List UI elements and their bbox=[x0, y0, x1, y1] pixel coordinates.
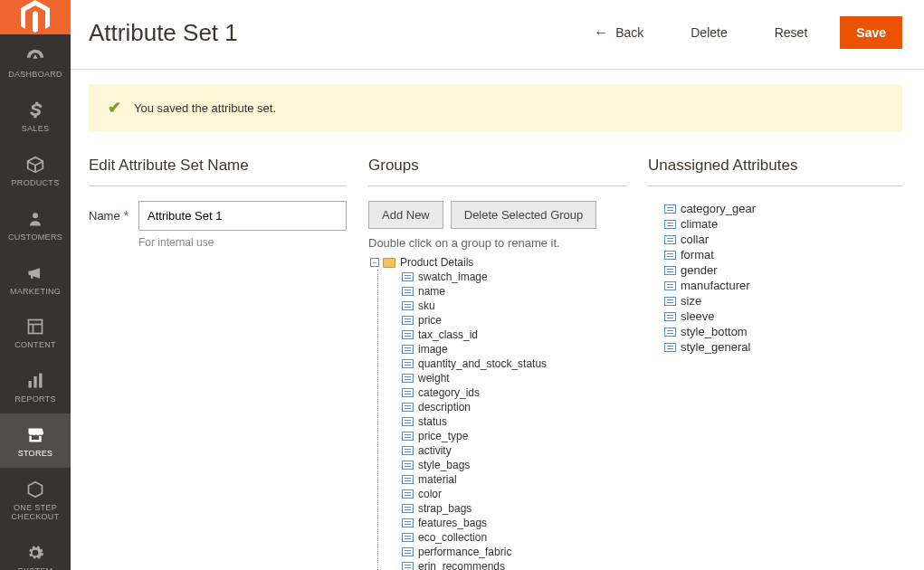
attribute-node[interactable]: weight bbox=[402, 371, 624, 385]
attribute-node[interactable]: activity bbox=[402, 443, 624, 458]
unassigned-attribute[interactable]: gender bbox=[664, 262, 902, 278]
unassigned-attribute[interactable]: size bbox=[664, 293, 902, 309]
nav-label: STORES bbox=[18, 450, 53, 459]
nav-label: CUSTOMERS bbox=[8, 233, 62, 242]
page-title: Attribute Set 1 bbox=[89, 19, 570, 47]
attribute-label: features_bags bbox=[418, 516, 487, 530]
attribute-label: status bbox=[418, 414, 447, 429]
attribute-label: color bbox=[418, 487, 442, 501]
svg-rect-6 bbox=[39, 374, 42, 388]
attribute-label: gender bbox=[681, 263, 717, 278]
attribute-label: collar bbox=[681, 233, 709, 247]
unassigned-attribute[interactable]: sleeve bbox=[664, 309, 902, 324]
success-alert: ✔ You saved the attribute set. bbox=[89, 84, 902, 131]
attribute-node[interactable]: strap_bags bbox=[402, 501, 624, 516]
nav-label: MARKETING bbox=[10, 288, 61, 297]
group-label: Product Details bbox=[400, 255, 473, 270]
magento-logo[interactable] bbox=[0, 0, 71, 34]
groups-hint: Double click on a group to rename it. bbox=[368, 236, 626, 250]
attribute-icon bbox=[402, 403, 414, 412]
delete-selected-group-button[interactable]: Delete Selected Group bbox=[451, 201, 597, 229]
nav-item-sales[interactable]: SALES bbox=[0, 89, 71, 143]
attribute-icon bbox=[402, 562, 414, 570]
attribute-node[interactable]: tax_class_id bbox=[402, 328, 624, 342]
attribute-label: image bbox=[418, 342, 448, 356]
attribute-node[interactable]: quantity_and_stock_status bbox=[402, 356, 624, 371]
arrow-left-icon: ← bbox=[594, 24, 608, 41]
attribute-label: size bbox=[681, 294, 701, 309]
attribute-icon bbox=[402, 374, 414, 383]
attribute-node[interactable]: style_bags bbox=[402, 458, 624, 472]
attribute-node[interactable]: eco_collection bbox=[402, 530, 624, 545]
attribute-node[interactable]: sku bbox=[402, 299, 624, 313]
delete-button[interactable]: Delete bbox=[676, 18, 741, 47]
nav-item-stores[interactable]: STORES bbox=[0, 413, 71, 468]
attribute-icon bbox=[664, 343, 676, 352]
unassigned-attribute[interactable]: collar bbox=[664, 232, 902, 247]
attribute-node[interactable]: color bbox=[402, 487, 624, 501]
attribute-icon bbox=[664, 204, 676, 214]
attribute-label: performance_fabric bbox=[418, 545, 511, 559]
nav-item-system[interactable]: SYSTEM bbox=[0, 531, 71, 570]
dollar-icon bbox=[26, 100, 44, 121]
required-asterisk: * bbox=[124, 208, 129, 223]
nav-label: PRODUCTS bbox=[12, 179, 60, 188]
attribute-icon bbox=[664, 235, 676, 244]
attribute-node[interactable]: category_ids bbox=[402, 385, 624, 400]
attribute-icon bbox=[402, 272, 414, 281]
unassigned-attribute[interactable]: manufacturer bbox=[664, 278, 902, 293]
checkmark-icon: ✔ bbox=[108, 98, 121, 118]
group-node-product-details[interactable]: − Product Details bbox=[370, 255, 624, 270]
unassigned-attribute[interactable]: category_gear bbox=[664, 201, 902, 216]
attribute-node[interactable]: description bbox=[402, 400, 624, 414]
reset-button[interactable]: Reset bbox=[760, 18, 823, 47]
unassigned-attribute[interactable]: climate bbox=[664, 216, 902, 232]
unassigned-attribute[interactable]: style_bottom bbox=[664, 324, 902, 339]
attribute-node[interactable]: performance_fabric bbox=[402, 545, 624, 559]
attribute-node[interactable]: features_bags bbox=[402, 516, 624, 530]
unassigned-list: category_gearclimatecollarformatgenderma… bbox=[648, 201, 902, 355]
attribute-label: description bbox=[418, 400, 471, 414]
attribute-icon bbox=[402, 475, 414, 484]
attribute-label: name bbox=[418, 284, 445, 299]
svg-rect-4 bbox=[29, 381, 32, 388]
nav-item-marketing[interactable]: MARKETING bbox=[0, 252, 71, 306]
attribute-node[interactable]: material bbox=[402, 472, 624, 487]
attribute-label: category_gear bbox=[681, 202, 756, 216]
attribute-node[interactable]: price bbox=[402, 313, 624, 328]
attribute-icon bbox=[664, 297, 676, 306]
nav-item-customers[interactable]: CUSTOMERS bbox=[0, 197, 71, 252]
add-new-group-button[interactable]: Add New bbox=[368, 201, 443, 229]
nav-item-one step[interactable]: ONE STEPCHECKOUT bbox=[0, 468, 71, 531]
attribute-label: sleeve bbox=[681, 309, 715, 324]
nav-item-content[interactable]: CONTENT bbox=[0, 305, 71, 359]
nav-label: ONE STEPCHECKOUT bbox=[12, 504, 60, 522]
save-button[interactable]: Save bbox=[840, 16, 902, 49]
attribute-label: climate bbox=[681, 217, 718, 232]
person-icon bbox=[27, 208, 43, 230]
attribute-node[interactable]: price_type bbox=[402, 429, 624, 443]
attribute-node[interactable]: status bbox=[402, 414, 624, 429]
attribute-label: activity bbox=[418, 443, 452, 458]
success-message: You saved the attribute set. bbox=[134, 101, 276, 115]
nav-item-products[interactable]: PRODUCTS bbox=[0, 143, 71, 197]
attribute-icon bbox=[402, 533, 414, 542]
attribute-set-name-input[interactable] bbox=[138, 201, 347, 231]
nav-item-dashboard[interactable]: DASHBOARD bbox=[0, 34, 71, 89]
attribute-node[interactable]: erin_recommends bbox=[402, 559, 624, 570]
attribute-label: weight bbox=[418, 371, 450, 385]
name-hint: For internal use bbox=[138, 236, 347, 249]
attribute-node[interactable]: name bbox=[402, 284, 624, 299]
attribute-node[interactable]: swatch_image bbox=[402, 270, 624, 284]
unassigned-attribute[interactable]: format bbox=[664, 247, 902, 262]
back-button[interactable]: ← Back bbox=[579, 17, 658, 48]
cube-icon bbox=[25, 154, 45, 176]
attribute-node[interactable]: image bbox=[402, 342, 624, 356]
nav-label: DASHBOARD bbox=[8, 71, 62, 80]
groups-tree[interactable]: − Product Details swatch_imagenameskupri… bbox=[368, 255, 626, 570]
collapse-icon[interactable]: − bbox=[370, 258, 379, 267]
nav-label: CONTENT bbox=[14, 341, 56, 350]
unassigned-attribute[interactable]: style_general bbox=[664, 339, 902, 355]
gauge-icon bbox=[25, 45, 45, 67]
nav-item-reports[interactable]: REPORTS bbox=[0, 359, 71, 413]
